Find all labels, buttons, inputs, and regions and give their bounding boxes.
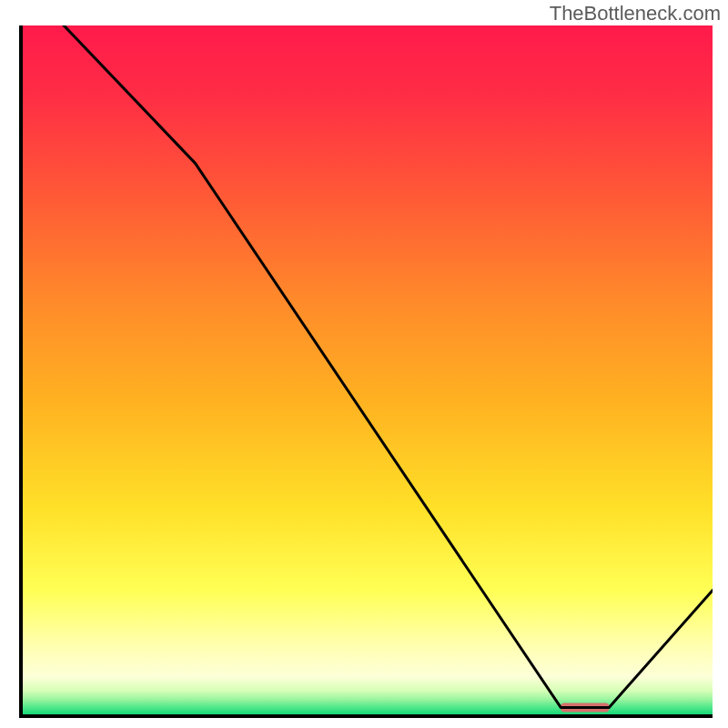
plot-area: [19, 25, 713, 718]
gradient-background: [23, 25, 713, 714]
chart-container: TheBottleneck.com: [0, 0, 728, 728]
plot-svg: [23, 25, 713, 714]
attribution-text: TheBottleneck.com: [550, 2, 721, 25]
